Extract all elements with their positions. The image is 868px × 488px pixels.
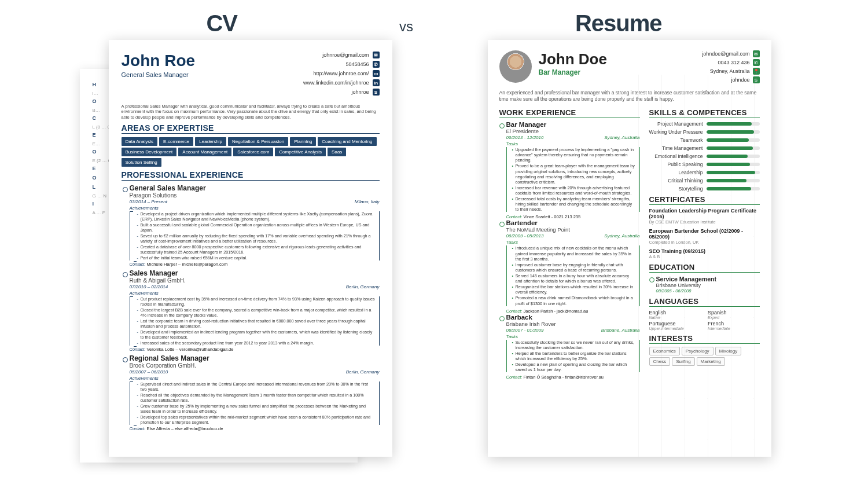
skill-row: Emotional Intelligence [649, 153, 760, 159]
interest-tag: Psychology [682, 347, 713, 355]
skill-row: Project Management [649, 121, 760, 127]
resume-job-contact: Contact: Jackson Parish - jack@nomad.au [499, 309, 640, 314]
resume-name: John Doe [539, 50, 607, 68]
skill-row: Storytelling [649, 186, 760, 192]
skill-row: Teamwork [649, 137, 760, 143]
resume-job: Bartender The NoMad Meeting Point 06/200… [499, 219, 640, 306]
expertise-tag: Solution Selling [122, 158, 161, 167]
expertise-tag: Account Management [178, 148, 231, 156]
language-item: FrenchIntermediate [708, 321, 759, 331]
cv-expertise-tags: Data AnalysisE-commerceLeadershipNegotia… [122, 137, 380, 167]
skill-row: Time Management [649, 145, 760, 151]
resume-cert-heading: CERTIFICATES [649, 195, 760, 205]
location-icon: 📍 [753, 68, 760, 75]
resume-lang-heading: LANGUAGES [649, 297, 760, 307]
resume-contacts: johndoe@gmail.com✉ 0043 312 436✆ Sydney,… [702, 50, 759, 85]
linkedin-icon: in [373, 79, 380, 86]
edu-item: Service Management Brisbane University 0… [649, 276, 760, 293]
interest-tag: Economics [649, 347, 680, 355]
expertise-tag: Saas [328, 148, 346, 156]
interest-tag: Marketing [697, 357, 725, 366]
avatar [499, 50, 532, 83]
expertise-tag: E-commerce [159, 137, 193, 146]
cv-contacts: johnroe@gmail.com✉ 50458456✆ http://www.… [303, 52, 380, 98]
comparison-header: CV vs Resume [0, 0, 868, 36]
cert-item: Foundation Leadership Program Certificat… [649, 208, 760, 225]
skype-icon: S [753, 76, 760, 83]
phone-icon: ✆ [373, 61, 380, 68]
skype-icon: S [373, 89, 380, 96]
mail-icon: ✉ [753, 50, 760, 57]
expertise-tag: Data Analysis [122, 137, 157, 146]
expertise-tag: Leadership [195, 137, 226, 146]
heading-vs: vs [399, 19, 413, 35]
skill-row: Leadership [649, 170, 760, 175]
resume-page: John Doe Bar Manager johndoe@gmail.com✉ … [488, 40, 771, 457]
expertise-tag: Coaching and Mentoring [318, 137, 376, 146]
language-item: EnglishNative [649, 310, 701, 320]
cv-job-contact: Contact: Michelle Harper – michelle@para… [122, 262, 380, 267]
language-item: PortugueseUpper-Intermediate [649, 321, 701, 331]
cv-job: Sales Manager Ruth & Abigail GmbH. 07/20… [122, 269, 380, 346]
heading-cv: CV [206, 10, 237, 36]
expertise-tag: Competitive Analysis [275, 148, 326, 156]
cv-summary: A professional Sales Manager with analyt… [122, 104, 380, 120]
expertise-tag: Business Development [122, 148, 177, 156]
interest-tag: Mixology [715, 347, 742, 355]
interest-tag: Chess [649, 357, 671, 366]
heading-resume: Resume [575, 10, 662, 36]
cv-areas-heading: AREAS OF EXPERTISE [122, 123, 380, 134]
skill-row: Working Under Pressure [649, 129, 760, 135]
cv-job-contact: Contact: Else Alfreda – else.alfreda@bro… [122, 426, 380, 431]
interest-tag: Surfing [672, 357, 694, 366]
cv-job-contact: Contact: Veronika Lotte – veronika@rutha… [122, 347, 380, 352]
cv-job: General Sales Manager Paragon Solutions … [122, 184, 380, 260]
mail-icon: ✉ [373, 52, 380, 58]
expertise-tag: Salesforce.com [233, 148, 273, 156]
cv-job: Regional Sales Manager Brook Corporation… [122, 354, 380, 425]
expertise-tag: Planning [290, 137, 316, 146]
cv-front-page: John Roe General Sales Manager johnroe@g… [109, 40, 392, 457]
resume-summary: An experienced and professional bar mana… [499, 90, 760, 102]
cv-document-stack: HI… OB… CL (0 … Or EE… OE (2 … G EO LG …… [97, 40, 389, 463]
resume-job-contact: Contact: Vince Scarlett - 0021 213 235 [499, 214, 640, 219]
phone-icon: ✆ [753, 59, 760, 66]
resume-work-heading: WORK EXPERIENCE [499, 108, 640, 118]
resume-job-title: Bar Manager [539, 68, 607, 76]
web-icon: ▭ [373, 70, 380, 77]
resume-edu-heading: EDUCATION [649, 263, 760, 273]
skill-row: Critical Thinking [649, 178, 760, 184]
language-item: SpanishExpert [708, 310, 759, 320]
cert-item: SEO Training (09/2015)A & B [649, 248, 760, 259]
resume-job: Barback Brisbane Irish Rover 08/2007 - 0… [499, 314, 640, 373]
resume-int-heading: INTERESTS [649, 334, 760, 344]
cv-exp-heading: PROFESSIONAL EXPERIENCE [122, 170, 380, 181]
skill-row: Public Speaking [649, 162, 760, 167]
expertise-tag: Negotiation & Persuasion [228, 137, 288, 146]
cv-job-title: General Sales Manager [122, 71, 196, 78]
cert-item: European Bartender School (02/2009 - 05/… [649, 228, 760, 245]
cv-name: John Roe [122, 52, 196, 70]
resume-job: Bar Manager El Presidente 06/2013 - 12/2… [499, 121, 640, 212]
resume-skills-heading: SKILLS & COMPETENCES [649, 108, 760, 118]
resume-job-contact: Contact: Fintan Ó Séaghdha - fintan@iris… [499, 375, 640, 380]
